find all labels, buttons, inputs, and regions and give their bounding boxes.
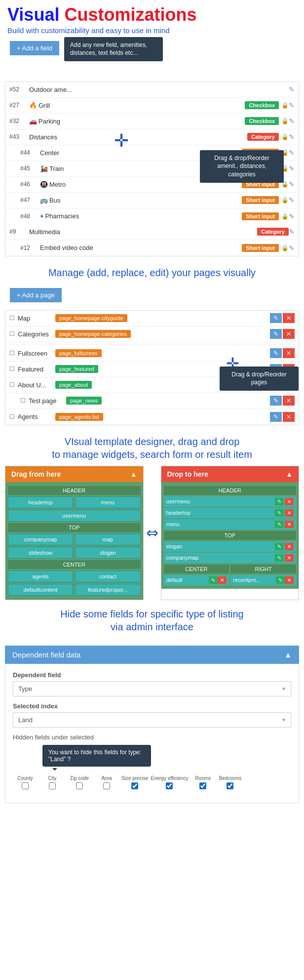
widget-row: defaultcontent featuredproper... (8, 584, 141, 596)
drop-delete-button[interactable]: ✕ (285, 543, 294, 550)
page-row: ☐ Test page page_news ✎ ✕ (5, 393, 299, 409)
edit-icon[interactable]: ✎ (289, 85, 295, 93)
edit-icon[interactable]: ✎ (289, 117, 295, 125)
field-col-area: Area (94, 776, 119, 789)
delete-page-button[interactable]: ✕ (283, 329, 295, 339)
transfer-arrow-icon: ⇔ (146, 524, 158, 541)
drop-delete-button[interactable]: ✕ (285, 521, 294, 528)
edit-icon[interactable]: ✎ (289, 180, 295, 188)
edit-icon[interactable]: ✎ (289, 228, 295, 236)
widget-featuredproperty[interactable]: featuredproper... (75, 584, 140, 596)
lock-icon: 🔒 (281, 133, 289, 140)
dependent-body: Dependent field Type Selected index Land… (5, 664, 299, 803)
field-row: #12 Embed video code Short input 🔒 ✎ (5, 240, 299, 256)
drop-widget-name: companymap (166, 555, 275, 561)
fields-checkbox-row: County City Zip code Area (13, 776, 291, 789)
delete-page-button[interactable]: ✕ (283, 348, 295, 358)
drop-header-label: HEADER (164, 486, 297, 495)
page-icon: ☐ (9, 413, 15, 420)
field-name: Bus (49, 197, 239, 204)
edit-icon[interactable]: ✎ (289, 164, 295, 172)
dependent-section: Dependent field data ▲ Dependent field T… (5, 646, 299, 803)
delete-page-button[interactable]: ✕ (283, 396, 295, 406)
drop-delete-button[interactable]: ✕ (285, 576, 294, 584)
field-col-energy: Energy efficiency (151, 776, 188, 789)
field-row: #9 Multimedia Category ✎ (5, 224, 299, 240)
drop-edit-button[interactable]: ✎ (275, 521, 284, 528)
county-checkbox[interactable] (22, 782, 29, 789)
drop-to-content: HEADER usermenu ✎ ✕ headertop ✎ ✕ menu (161, 482, 299, 589)
badge-category: Category (247, 133, 279, 141)
page-name: Fullscreen (18, 350, 52, 357)
drop-edit-button[interactable]: ✎ (275, 509, 284, 517)
selected-index-select[interactable]: Land (13, 712, 291, 728)
field-row: #48 + Pharmacies Short input 🔒 ✎ (5, 208, 299, 224)
dependent-field-group: Dependent field Type (13, 671, 291, 696)
sub-fields-area: #44 Center Short input 🔒 ✎ #45 🚂 Train S… (5, 145, 299, 224)
edit-page-button[interactable]: ✎ (270, 313, 282, 323)
field-id: #27 (9, 102, 29, 109)
field-name: Grill (38, 102, 242, 109)
rooms-checkbox[interactable] (199, 782, 206, 789)
drop-delete-button[interactable]: ✕ (285, 554, 294, 562)
widget-row: headertop menu (8, 496, 141, 508)
widget-companymap[interactable]: companymap (8, 533, 73, 545)
drop-edit-button[interactable]: ✎ (275, 498, 284, 505)
edit-icon[interactable]: ✎ (289, 101, 295, 109)
city-checkbox[interactable] (49, 782, 56, 789)
selected-index-label: Selected index (13, 702, 291, 710)
hidden-fields-label: Hidden fields under selected (13, 734, 291, 741)
drop-edit-button[interactable]: ✎ (209, 576, 218, 584)
edit-icon[interactable]: ✎ (289, 149, 295, 157)
drop-widget-row: companymap ✎ ✕ (164, 553, 297, 563)
edit-page-button[interactable]: ✎ (270, 329, 282, 339)
field-name: Parking (38, 118, 242, 125)
add-field-button[interactable]: + Add a field (10, 41, 59, 55)
widget-agents[interactable]: agents (8, 571, 73, 582)
selected-index-group: Selected index Land (13, 702, 291, 728)
energy-checkbox[interactable] (166, 782, 173, 789)
drop-widget-name: slogan (166, 543, 275, 549)
widget-slogan[interactable]: slogan (75, 547, 140, 559)
field-name: Pharmacies (45, 212, 239, 220)
widget-defaultcontent[interactable]: defaultcontent (8, 584, 73, 596)
edit-page-button[interactable]: ✎ (270, 412, 282, 422)
center-label: CENTER (8, 560, 141, 569)
edit-icon[interactable]: ✎ (289, 212, 295, 220)
add-page-button[interactable]: + Add a page (10, 288, 62, 302)
bedrooms-checkbox[interactable] (227, 782, 233, 789)
drop-edit-button[interactable]: ✎ (276, 576, 285, 584)
center-col-header: CENTER (164, 565, 229, 573)
widget-headertop[interactable]: headertop (8, 496, 73, 508)
page-icon: ☐ (9, 366, 15, 372)
widget-usermenu[interactable]: usermenu (8, 510, 141, 522)
drop-delete-button[interactable]: ✕ (218, 576, 227, 584)
widget-contact[interactable]: contact (75, 571, 140, 582)
edit-icon[interactable]: ✎ (289, 196, 295, 204)
size-precise-checkbox[interactable] (131, 782, 138, 789)
bedrooms-label: Bedrooms (219, 776, 242, 781)
drop-edit-button[interactable]: ✎ (275, 543, 284, 550)
widget-menu[interactable]: menu (75, 496, 140, 508)
edit-page-button[interactable]: ✎ (270, 348, 282, 358)
delete-page-button[interactable]: ✕ (283, 313, 295, 323)
field-name: Multimedia (29, 228, 254, 236)
fire-icon: 🔥 (29, 102, 37, 109)
delete-page-button[interactable]: ✕ (283, 412, 295, 422)
widget-map[interactable]: map (75, 533, 140, 545)
dependent-field-select[interactable]: Type (13, 681, 291, 696)
widget-slideshow[interactable]: slideshow (8, 547, 73, 559)
drop-edit-button[interactable]: ✎ (275, 554, 284, 562)
edit-page-button[interactable]: ✎ (270, 396, 282, 406)
drop-delete-button[interactable]: ✕ (285, 498, 294, 505)
edit-icon[interactable]: ✎ (289, 133, 295, 141)
zipcode-checkbox[interactable] (76, 782, 83, 789)
area-checkbox[interactable] (103, 782, 110, 789)
field-col-city: City (40, 776, 65, 789)
edit-icon[interactable]: ✎ (289, 244, 295, 252)
field-row: #43 Distances Category 🔒 ✎ (5, 129, 299, 145)
drop-delete-button[interactable]: ✕ (285, 509, 294, 517)
drag-tooltip: Drag & drop/Reorder amenit., distances, … (200, 150, 284, 183)
drop-to-header: Drop to here ▲ (161, 466, 299, 482)
field-col-size-precise: Size precise (121, 776, 148, 789)
